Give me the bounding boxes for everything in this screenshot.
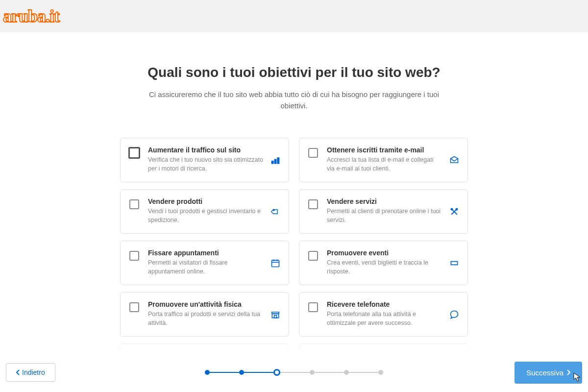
- svg-rect-6: [272, 260, 279, 267]
- scroll-fade: [0, 333, 588, 353]
- goal-card[interactable]: Vendere serviziPermetti ai clienti di pr…: [299, 189, 468, 234]
- back-label: Indietro: [22, 368, 45, 376]
- chat-icon: [449, 309, 460, 320]
- card-description: Porta traffico ai prodotti e servizi del…: [148, 310, 280, 327]
- goal-card[interactable]: Ricevere telefonatePorta telefonate alla…: [299, 292, 468, 337]
- calendar-icon: [270, 258, 281, 269]
- goal-card[interactable]: Fissare appuntamentiPermetti ai visitato…: [120, 241, 289, 285]
- card-description: Accresci la tua lista di e-mail e colleg…: [327, 156, 459, 173]
- goal-card[interactable]: Aumentare il traffico sul sitoVerifica c…: [120, 138, 289, 182]
- ticket-icon: [449, 258, 460, 269]
- svg-rect-1: [274, 159, 276, 163]
- checkbox[interactable]: [129, 199, 139, 209]
- bars-icon: [270, 155, 281, 166]
- checkbox[interactable]: [308, 251, 318, 261]
- card-title: Ottenere iscritti tramite e-mail: [327, 146, 459, 154]
- checkbox[interactable]: [308, 302, 318, 312]
- card-title: Fissare appuntamenti: [148, 249, 280, 257]
- card-title: Aumentare il traffico sul sito: [148, 146, 280, 154]
- step-line: [244, 372, 273, 373]
- step-line: [280, 372, 310, 373]
- step-line: [315, 372, 344, 373]
- goal-card[interactable]: Promuovere un'attività fisicaPorta traff…: [120, 292, 289, 337]
- card-description: Crea eventi, vendi biglietti e traccia l…: [327, 259, 459, 276]
- back-button[interactable]: Indietro: [6, 363, 55, 382]
- next-label: Successiva: [526, 368, 564, 377]
- card-description: Vendi i tuoi prodotti e gestisci inventa…: [148, 207, 280, 224]
- checkbox[interactable]: [308, 199, 318, 209]
- page-subtitle: Ci assicureremo che il tuo sito web abbi…: [147, 89, 441, 111]
- card-title: Vendere prodotti: [148, 197, 280, 205]
- step-dot: [344, 370, 349, 375]
- card-title: Promuovere un'attività fisica: [148, 300, 280, 308]
- svg-rect-0: [272, 161, 273, 163]
- card-description: Porta telefonate alla tua attività e ott…: [327, 310, 459, 327]
- svg-rect-2: [277, 158, 279, 164]
- header: aruba.it: [0, 0, 588, 32]
- step-dot: [310, 370, 315, 375]
- goal-card[interactable]: Ottenere iscritti tramite e-mailAccresci…: [299, 138, 468, 182]
- step-line: [210, 372, 239, 373]
- card-description: Verifica che i tuo nuovo sito sia ottimi…: [148, 156, 280, 173]
- card-description: Permetti ai visitatori di fissare appunt…: [148, 259, 280, 276]
- card-title: Vendere servizi: [327, 197, 459, 205]
- step-line: [349, 372, 378, 373]
- step-dot: [273, 369, 280, 376]
- tag-icon: [270, 206, 281, 217]
- svg-rect-10: [274, 315, 277, 318]
- main-content: Quali sono i tuoi obiettivi per il tuo s…: [59, 32, 529, 381]
- checkbox[interactable]: [308, 148, 318, 158]
- store-icon: [270, 309, 281, 320]
- mail-icon: [449, 155, 460, 166]
- card-description: Permetti ai clienti di prenotare online …: [327, 207, 459, 224]
- svg-point-3: [273, 209, 274, 211]
- card-title: Ricevere telefonate: [327, 300, 459, 308]
- card-title: Promuovere eventi: [327, 249, 459, 257]
- page-title: Quali sono i tuoi obiettivi per il tuo s…: [59, 65, 529, 80]
- step-dot: [239, 370, 244, 375]
- chevron-right-icon: [566, 369, 570, 375]
- goal-card[interactable]: Promuovere eventiCrea eventi, vendi bigl…: [299, 241, 468, 285]
- logo: aruba.it: [3, 6, 59, 26]
- goal-card[interactable]: Vendere prodottiVendi i tuoi prodotti e …: [120, 189, 289, 234]
- progress-stepper: [205, 369, 383, 376]
- checkbox[interactable]: [129, 302, 139, 312]
- step-dot: [378, 370, 383, 375]
- tools-icon: [449, 206, 460, 217]
- checkbox[interactable]: [129, 251, 139, 261]
- chevron-left-icon: [16, 369, 20, 375]
- footer: Indietro Successiva: [0, 353, 588, 392]
- step-dot: [205, 370, 210, 375]
- checkbox[interactable]: [128, 147, 140, 159]
- next-button[interactable]: Successiva: [514, 362, 582, 384]
